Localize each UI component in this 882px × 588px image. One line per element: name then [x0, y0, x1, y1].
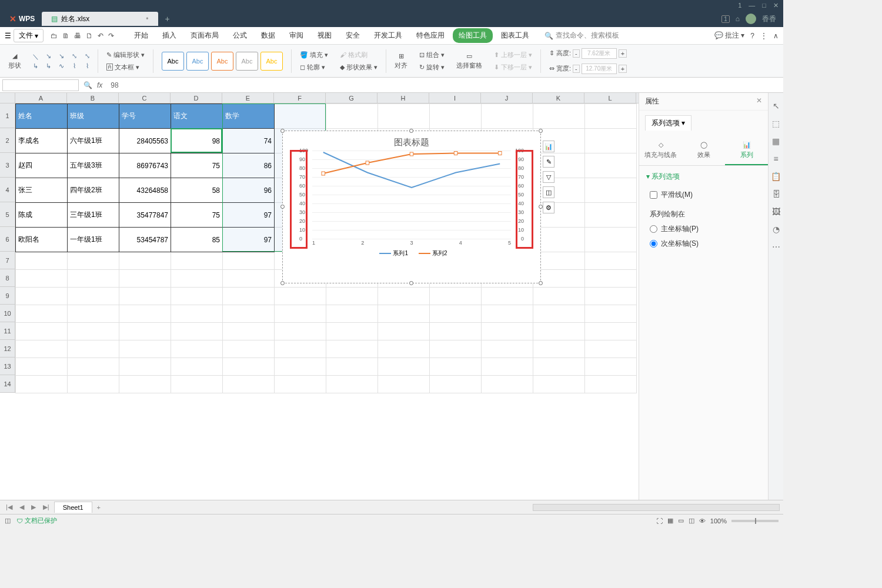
avatar[interactable] [746, 14, 756, 24]
row-header[interactable]: 14 [0, 375, 15, 393]
cell[interactable]: 85 [171, 228, 223, 252]
subtab-series[interactable]: 📊系列 [725, 136, 768, 165]
reading-view-icon[interactable]: 👁 [699, 517, 706, 524]
row-header[interactable]: 10 [0, 305, 15, 322]
cell[interactable] [119, 323, 171, 340]
zoom-level[interactable]: 100% [710, 517, 727, 524]
cell[interactable] [119, 305, 171, 323]
shape-dropdown-icon[interactable]: ◢ [12, 52, 17, 60]
cell[interactable] [119, 376, 171, 393]
command-search[interactable]: 🔍 查找命令、搜索模板 [544, 31, 619, 41]
cell[interactable]: 欧阳名 [16, 228, 68, 252]
cell[interactable] [430, 305, 482, 323]
cell[interactable] [223, 376, 275, 393]
row-header[interactable]: 2 [0, 128, 15, 153]
cell[interactable] [171, 288, 223, 305]
tab-view[interactable]: 视图 [312, 28, 338, 43]
sheet-add[interactable]: + [95, 504, 103, 511]
cell[interactable] [275, 358, 326, 376]
textbox-button[interactable]: 🄰 文本框 ▾ [103, 62, 148, 73]
tune-icon[interactable]: ≡ [773, 154, 778, 163]
notif-icon[interactable]: 1 [738, 2, 741, 9]
cell[interactable] [533, 288, 585, 305]
chart-filter-button[interactable]: ▽ [543, 171, 554, 183]
cell[interactable] [171, 358, 223, 376]
cell[interactable] [275, 340, 326, 358]
cell[interactable] [585, 178, 637, 203]
cell[interactable] [16, 376, 68, 393]
chart-layout-button[interactable]: ◫ [543, 186, 554, 198]
col-header[interactable]: J [481, 93, 533, 103]
cell[interactable] [482, 358, 533, 376]
cell[interactable]: 六年级1班 [68, 129, 119, 153]
sheet-tab-1[interactable]: Sheet1 [54, 502, 92, 513]
sheet-nav-prev[interactable]: ◀ [17, 503, 26, 511]
cell[interactable]: 姓名 [16, 104, 68, 129]
subtab-effect[interactable]: ◯效果 [682, 136, 725, 165]
cell[interactable]: 75 [171, 153, 223, 178]
tab-chart[interactable]: 图表工具 [495, 28, 535, 43]
cell[interactable] [223, 358, 275, 376]
cell[interactable]: 96 [223, 178, 275, 203]
cell[interactable] [275, 376, 326, 393]
primary-axis-radio[interactable]: 主坐标轴(P) [646, 222, 761, 236]
cell[interactable] [16, 270, 68, 288]
cell[interactable]: 28405563 [119, 129, 171, 153]
row-header[interactable]: 11 [0, 322, 15, 340]
row-header[interactable]: 6 [0, 227, 15, 252]
row-header[interactable]: 3 [0, 153, 15, 178]
cell[interactable]: 一年级1班 [68, 228, 119, 252]
tab-special[interactable]: 特色应用 [410, 28, 450, 43]
sheet-nav-last[interactable]: ▶| [41, 503, 52, 511]
col-header[interactable]: B [67, 93, 119, 103]
cell[interactable] [119, 288, 171, 305]
row-header[interactable]: 4 [0, 178, 15, 202]
fill-button[interactable]: 🪣 填充 ▾ [296, 49, 332, 61]
cell[interactable]: 86976743 [119, 153, 171, 178]
cell[interactable] [223, 288, 275, 305]
cell[interactable] [119, 340, 171, 358]
split-view-icon[interactable]: ◫ [689, 517, 694, 524]
select-pane-icon[interactable]: ▭ [466, 52, 472, 60]
row-header[interactable]: 5 [0, 202, 15, 227]
table-icon[interactable]: ▦ [772, 136, 780, 146]
group-button[interactable]: ⊡ 组合 ▾ [416, 49, 448, 61]
cell[interactable] [378, 305, 430, 323]
cell[interactable] [119, 270, 171, 288]
line-shapes[interactable]: ＼↘↘⤡⤡ ↳↳∿⌇⌇ [29, 52, 93, 70]
formula-value[interactable]: 98 [107, 81, 122, 89]
cell[interactable] [171, 376, 223, 393]
cell[interactable] [68, 305, 119, 323]
col-header[interactable]: D [171, 93, 222, 103]
cell[interactable] [482, 340, 533, 358]
cell[interactable]: 四年级2班 [68, 178, 119, 203]
cell[interactable] [171, 252, 223, 270]
style-preset-1[interactable]: Abc [162, 52, 184, 71]
tab-review[interactable]: 审阅 [283, 28, 309, 43]
cell[interactable] [585, 323, 637, 340]
cell[interactable] [16, 288, 68, 305]
cell[interactable] [430, 376, 482, 393]
save-icon[interactable]: 🗎 [62, 32, 69, 40]
tab-data[interactable]: 数据 [255, 28, 281, 43]
cell[interactable] [16, 340, 68, 358]
chart-style-button[interactable]: ✎ [543, 156, 554, 168]
undo-icon[interactable]: ↶ [98, 32, 103, 40]
cell[interactable]: 陈成 [16, 203, 68, 228]
cell[interactable] [275, 104, 326, 129]
col-header[interactable]: G [326, 93, 377, 103]
cell[interactable] [326, 104, 378, 129]
cell[interactable] [378, 376, 430, 393]
col-header[interactable]: F [274, 93, 326, 103]
cell[interactable]: 学号 [119, 104, 171, 129]
tab-start[interactable]: 开始 [128, 28, 154, 43]
cell[interactable] [430, 323, 482, 340]
cell[interactable]: 赵四 [16, 153, 68, 178]
open-icon[interactable]: 🗀 [51, 32, 58, 40]
cell[interactable] [430, 104, 482, 129]
cell[interactable] [482, 305, 533, 323]
align-icon[interactable]: ⊞ [399, 52, 404, 60]
cell[interactable] [119, 358, 171, 376]
cell[interactable] [585, 288, 637, 305]
doc-protect[interactable]: 🛡 文档已保护 [16, 516, 57, 525]
